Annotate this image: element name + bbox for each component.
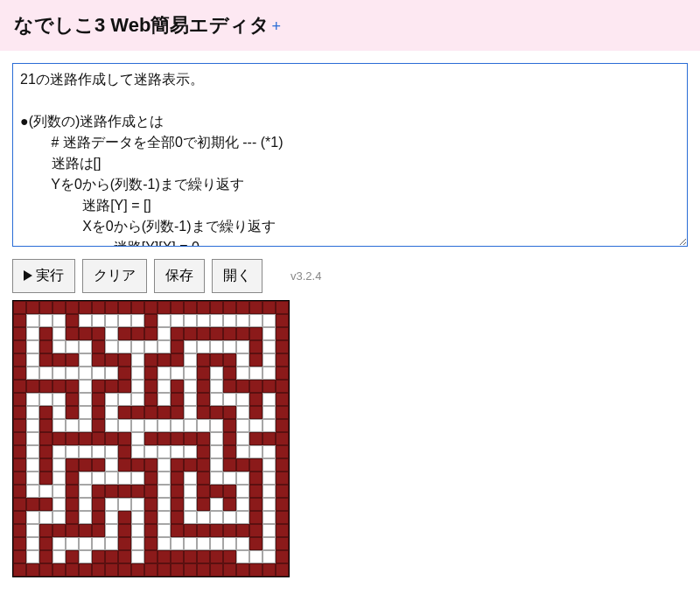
maze-wall-cell xyxy=(276,327,289,340)
run-button[interactable]: 実行 xyxy=(12,259,75,293)
maze-path-cell xyxy=(52,327,66,340)
maze-wall-cell xyxy=(131,458,144,472)
maze-wall-cell xyxy=(66,563,79,577)
maze-path-cell xyxy=(223,472,236,485)
maze-wall-cell xyxy=(184,524,197,537)
maze-wall-cell xyxy=(197,327,210,340)
maze-path-cell xyxy=(26,524,39,537)
maze-wall-cell xyxy=(92,432,105,445)
maze-wall-cell xyxy=(105,550,118,563)
plus-link[interactable]: + xyxy=(271,17,281,36)
maze-wall-cell xyxy=(92,498,105,511)
maze-path-cell xyxy=(144,445,158,458)
maze-wall-cell xyxy=(118,524,131,537)
maze-path-cell xyxy=(79,353,92,367)
maze-wall-cell xyxy=(144,353,158,367)
maze-wall-cell xyxy=(249,524,262,537)
maze-wall-cell xyxy=(249,432,262,445)
maze-wall-cell xyxy=(223,367,236,380)
maze-wall-cell xyxy=(249,537,262,550)
maze-wall-cell xyxy=(79,432,92,445)
maze-wall-cell xyxy=(158,353,171,367)
maze-path-cell xyxy=(249,419,262,432)
maze-path-cell xyxy=(158,472,171,485)
maze-path-cell xyxy=(184,406,197,419)
maze-wall-cell xyxy=(79,301,92,314)
clear-button[interactable]: クリア xyxy=(82,259,147,293)
maze-path-cell xyxy=(171,537,184,550)
maze-wall-cell xyxy=(249,458,262,472)
maze-wall-cell xyxy=(223,458,236,472)
maze-path-cell xyxy=(26,432,39,445)
maze-path-cell xyxy=(223,511,236,524)
maze-wall-cell xyxy=(13,498,26,511)
maze-wall-cell xyxy=(105,485,118,498)
maze-wall-cell xyxy=(13,340,26,353)
maze-wall-cell xyxy=(171,380,184,393)
maze-wall-cell xyxy=(144,458,158,472)
maze-wall-cell xyxy=(118,353,131,367)
maze-path-cell xyxy=(105,327,118,340)
maze-wall-cell xyxy=(118,327,131,340)
maze-wall-cell xyxy=(39,498,52,511)
maze-path-cell xyxy=(52,367,66,380)
maze-wall-cell xyxy=(171,472,184,485)
maze-path-cell xyxy=(184,353,197,367)
maze-path-cell xyxy=(66,537,79,550)
maze-path-cell xyxy=(39,393,52,406)
maze-path-cell xyxy=(262,419,276,432)
maze-wall-cell xyxy=(158,432,171,445)
maze-wall-cell xyxy=(39,472,52,485)
maze-path-cell xyxy=(262,537,276,550)
maze-wall-cell xyxy=(249,511,262,524)
maze-path-cell xyxy=(52,445,66,458)
maze-path-cell xyxy=(26,485,39,498)
maze-wall-cell xyxy=(13,301,26,314)
maze-path-cell xyxy=(197,419,210,432)
maze-path-cell xyxy=(52,393,66,406)
maze-wall-cell xyxy=(118,301,131,314)
maze-wall-cell xyxy=(276,340,289,353)
maze-wall-cell xyxy=(39,327,52,340)
maze-wall-cell xyxy=(197,498,210,511)
maze-path-cell xyxy=(52,511,66,524)
maze-wall-cell xyxy=(197,406,210,419)
maze-wall-cell xyxy=(118,367,131,380)
maze-wall-cell xyxy=(39,550,52,563)
maze-path-cell xyxy=(131,537,144,550)
maze-wall-cell xyxy=(144,367,158,380)
maze-path-cell xyxy=(171,419,184,432)
open-button[interactable]: 開く xyxy=(212,259,262,293)
maze-wall-cell xyxy=(184,301,197,314)
maze-path-cell xyxy=(262,550,276,563)
maze-path-cell xyxy=(105,472,118,485)
maze-path-cell xyxy=(105,445,118,458)
maze-path-cell xyxy=(26,550,39,563)
save-button[interactable]: 保存 xyxy=(154,259,205,293)
maze-wall-cell xyxy=(197,445,210,458)
maze-wall-cell xyxy=(66,524,79,537)
maze-wall-cell xyxy=(276,353,289,367)
maze-wall-cell xyxy=(66,472,79,485)
maze-wall-cell xyxy=(276,301,289,314)
maze-wall-cell xyxy=(13,380,26,393)
maze-wall-cell xyxy=(262,301,276,314)
maze-wall-cell xyxy=(249,327,262,340)
maze-path-cell xyxy=(249,314,262,327)
maze-path-cell xyxy=(197,537,210,550)
maze-wall-cell xyxy=(223,380,236,393)
code-editor[interactable] xyxy=(12,63,688,247)
maze-path-cell xyxy=(184,380,197,393)
maze-wall-cell xyxy=(236,380,249,393)
maze-path-cell xyxy=(79,314,92,327)
maze-path-cell xyxy=(158,458,171,472)
maze-path-cell xyxy=(158,498,171,511)
maze-path-cell xyxy=(249,550,262,563)
maze-path-cell xyxy=(236,340,249,353)
maze-path-cell xyxy=(184,445,197,458)
maze-path-cell xyxy=(26,472,39,485)
maze-wall-cell xyxy=(249,380,262,393)
maze-path-cell xyxy=(171,445,184,458)
maze-wall-cell xyxy=(171,406,184,419)
maze-wall-cell xyxy=(171,458,184,472)
